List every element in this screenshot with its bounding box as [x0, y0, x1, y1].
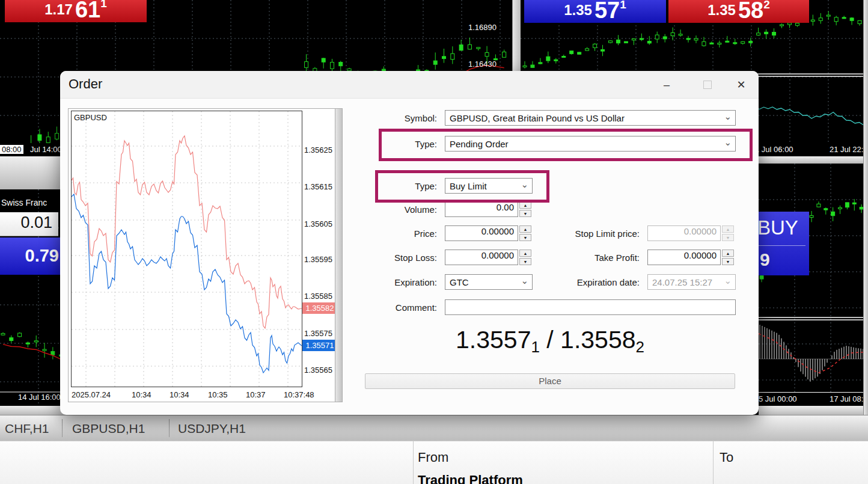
price-scale-label: 1.35575	[304, 329, 335, 338]
column-divider	[413, 441, 414, 484]
symbol-value: GBPUSD, Great Britain Pound vs US Dollar	[450, 113, 625, 123]
step-down-icon[interactable]: ▼	[519, 210, 531, 217]
price-point: 1	[620, 0, 626, 11]
step-up-icon[interactable]: ▲	[722, 250, 734, 257]
time-label: 21 Jul 22:0	[830, 145, 868, 154]
time-label-highlight: 08:00	[0, 145, 23, 154]
step-down-icon[interactable]: ▼	[722, 258, 734, 265]
tick-chart-symbol: GBPUSD	[74, 113, 107, 122]
chevron-down-icon: ⌄	[724, 137, 732, 148]
order-mode-select[interactable]: Pending Order ⌄	[445, 136, 736, 152]
stop-limit-label: Stop Limit price:	[537, 228, 640, 239]
step-down-icon: ▼	[722, 234, 734, 241]
time-label: 10:35	[208, 390, 228, 399]
comment-input[interactable]	[445, 299, 736, 315]
tab-gbpusd-h1[interactable]: GBPUSD,H1	[72, 415, 145, 441]
time-label: Jul 14:00	[30, 145, 62, 154]
workspace-scrollbar[interactable]	[863, 0, 868, 415]
tab-divider	[169, 419, 170, 437]
time-label: 2025.07.24	[72, 390, 111, 399]
tick-chart-canvas	[72, 111, 302, 387]
chevron-down-icon: ⌄	[521, 179, 528, 190]
mail-sender[interactable]: Trading Platform	[418, 473, 523, 484]
price-scale-label: 1.35615	[304, 182, 335, 191]
mail-list-panel: From To Trading Platform	[0, 441, 868, 484]
price-scale-label: 1.35605	[304, 219, 335, 228]
volume-stepper[interactable]: ▲▼	[519, 201, 531, 217]
quote-ask-sub: 2	[636, 338, 644, 357]
stop-loss-input[interactable]: 0.00000	[445, 250, 518, 265]
one-click-volume[interactable]: 0.01	[0, 212, 58, 236]
step-up-icon[interactable]: ▲	[519, 225, 531, 233]
window-divider	[759, 406, 868, 415]
stop-loss-label: Stop Loss:	[335, 253, 437, 263]
expiration-date-label: Expiration date:	[537, 277, 640, 287]
column-header-from[interactable]: From	[418, 450, 448, 465]
tick-chart-plot	[71, 111, 302, 387]
time-label: 17 Jul 08:0	[830, 394, 868, 403]
chart-usdjpy: BUY 9	[759, 164, 868, 392]
chevron-down-icon: ⌄	[724, 111, 732, 122]
order-type-label: Type:	[335, 181, 437, 191]
step-up-icon[interactable]: ▲	[519, 201, 531, 209]
time-label: 5 Jul 00:00	[759, 394, 797, 403]
price-stepper[interactable]: ▲▼	[519, 225, 531, 241]
price-label: Price:	[335, 228, 437, 239]
tab-usdjpy-h1[interactable]: USDJPY,H1	[178, 415, 246, 441]
take-profit-label: Take Profit:	[537, 253, 640, 263]
buy-panel-button[interactable]: BUY 9	[759, 212, 809, 275]
stop-loss-stepper[interactable]: ▲▼	[519, 250, 531, 265]
step-down-icon[interactable]: ▼	[519, 234, 531, 241]
step-down-icon[interactable]: ▼	[519, 258, 531, 265]
tab-usdchf-h1[interactable]: CHF,H1	[5, 415, 49, 441]
chevron-down-icon: ⌄	[521, 275, 528, 286]
price-scale-label: 1.35585	[304, 292, 335, 301]
price-scale-label: 1.16890	[468, 23, 497, 32]
quote-bid-sub: 1	[531, 338, 539, 357]
price-point: 1	[100, 0, 107, 10]
symbol-select[interactable]: GBPUSD, Great Britain Pound vs US Dollar…	[445, 110, 736, 126]
expiration-label: Expiration:	[335, 277, 437, 287]
price-scale-label: 1.16430	[468, 60, 497, 69]
expiration-select[interactable]: GTC ⌄	[445, 274, 533, 290]
buy-label: BUY	[759, 212, 809, 239]
symbol-label: Symbol:	[335, 113, 437, 123]
step-up-icon[interactable]: ▲	[519, 250, 531, 257]
take-profit-stepper[interactable]: ▲▼	[722, 250, 734, 265]
quote-bid: 1.3557	[456, 326, 531, 354]
price-point: 2	[763, 0, 770, 11]
sell-price-button-gbpusd[interactable]: 1.35 57 1	[524, 0, 666, 23]
ask-price-badge: 1.35582	[302, 302, 337, 314]
take-profit-input[interactable]: 0.00000	[647, 250, 721, 265]
order-mode-value: Pending Order	[450, 139, 509, 149]
order-type-value: Buy Limit	[450, 181, 487, 191]
price-main: 1.17	[44, 1, 73, 18]
volume-input[interactable]: 0.00	[445, 201, 518, 217]
tick-chart: GBPUSD 1.35625 1.35615 1.35605 1.35595 1…	[68, 108, 343, 402]
sell-price-button-eurusd[interactable]: 1.17 61 1	[5, 0, 147, 22]
step-up-icon: ▲	[722, 225, 734, 233]
quote-separator: /	[540, 326, 560, 354]
place-order-button[interactable]: Place	[365, 373, 735, 389]
maximize-button[interactable]	[694, 71, 721, 99]
dialog-titlebar[interactable]: Order – ✕	[60, 71, 759, 99]
time-label: 10:34	[132, 390, 151, 399]
metatrader-workspace: 1.17 61 1 1.16890 1.16430 08:00 Jul 14:0…	[0, 0, 868, 484]
tab-divider	[62, 419, 63, 437]
time-label: 14 Jul 16:00	[18, 393, 61, 402]
column-header-to[interactable]: To	[720, 450, 733, 465]
price-pips: 61	[75, 0, 100, 21]
quote-ask: 1.3558	[560, 326, 635, 354]
bid-price-badge: 1.35571	[302, 340, 337, 351]
price-input[interactable]: 0.00000	[445, 225, 518, 241]
buy-price-button-gbpusd[interactable]: 1.35 58 2	[668, 0, 809, 23]
time-label: 10:34	[170, 390, 189, 399]
price-scale-label: 1.35625	[304, 146, 335, 155]
one-click-sell-button[interactable]: 0.79	[0, 237, 60, 275]
time-label: 10:37:48	[284, 390, 314, 399]
stop-limit-stepper: ▲▼	[722, 225, 734, 241]
order-type-select[interactable]: Buy Limit ⌄	[445, 178, 533, 194]
expiration-date-value: 24.07.25 15:27	[652, 277, 712, 287]
close-button[interactable]: ✕	[727, 71, 755, 99]
minimize-button[interactable]: –	[653, 71, 680, 99]
